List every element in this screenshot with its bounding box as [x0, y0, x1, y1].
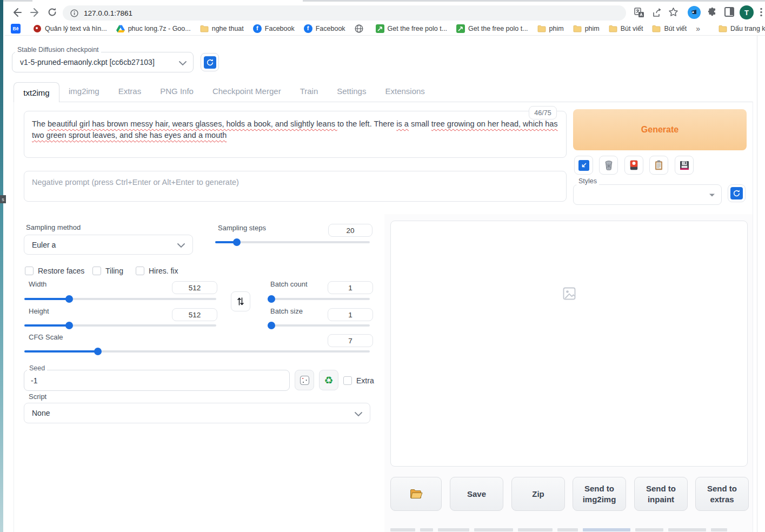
bookmark-item[interactable]: phuc long.7z - Goo...: [116, 24, 191, 33]
forward-icon[interactable]: [30, 8, 40, 17]
bookmark-other-folder[interactable]: Dấu trang kha: [719, 24, 765, 33]
open-folder-button[interactable]: [390, 477, 442, 511]
height-input[interactable]: [172, 308, 217, 321]
translate-icon[interactable]: [634, 8, 644, 18]
folder-icon: [573, 24, 582, 33]
negative-prompt-textarea[interactable]: [24, 171, 567, 202]
bookmark-item[interactable]: Quản lý text và hìn...: [33, 24, 107, 33]
width-slider[interactable]: [24, 295, 216, 303]
result-gallery[interactable]: [390, 221, 748, 467]
batch-size-slider[interactable]: [268, 322, 370, 329]
facebook-icon: f: [304, 24, 312, 33]
share-icon[interactable]: [652, 8, 662, 18]
sampling-method-dropdown[interactable]: Euler a: [24, 235, 193, 255]
chevron-down-icon: [179, 61, 187, 65]
refresh-styles-button[interactable]: [728, 184, 746, 202]
red-badge-icon: [33, 24, 42, 33]
tiling-checkbox[interactable]: [92, 267, 101, 275]
bookmark-item[interactable]: Get the free polo t...: [456, 24, 528, 33]
save-button[interactable]: Save: [450, 477, 503, 511]
tab-extras[interactable]: Extras: [118, 87, 142, 96]
green-app-icon: [456, 24, 465, 33]
swap-dimensions-button[interactable]: [231, 291, 250, 311]
scrollbar-track[interactable]: [757, 36, 757, 532]
bookmark-folder[interactable]: Bút viết: [609, 24, 643, 33]
bookmark-facebook[interactable]: fFacebook: [253, 24, 295, 33]
seed-input[interactable]: [24, 370, 290, 391]
apply-style-button[interactable]: [649, 156, 668, 175]
hires-fix-checkbox[interactable]: [136, 267, 144, 275]
extension-badge-icon[interactable]: [688, 6, 701, 19]
tab-settings[interactable]: Settings: [337, 87, 366, 96]
batch-size-input[interactable]: [328, 308, 373, 321]
site-info-icon[interactable]: [70, 9, 78, 17]
send-to-extras-button[interactable]: Send to extras: [695, 477, 749, 511]
bookmark-facebook[interactable]: fFacebook: [304, 24, 345, 33]
bookmarks-overflow-chevron[interactable]: »: [696, 24, 700, 33]
bookmark-globe[interactable]: [355, 24, 367, 33]
tab-img2img[interactable]: img2img: [69, 87, 99, 96]
script-label: Script: [29, 393, 46, 401]
height-slider[interactable]: [24, 322, 216, 329]
save-style-button[interactable]: [675, 156, 694, 175]
tab-checkpoint-merger[interactable]: Checkpoint Merger: [212, 87, 281, 96]
open-folder-icon: [410, 489, 423, 499]
folder-icon: [537, 24, 546, 33]
clear-prompt-button[interactable]: [599, 156, 618, 175]
cfg-scale-input[interactable]: [328, 334, 373, 347]
star-icon[interactable]: [668, 7, 678, 17]
back-icon[interactable]: [12, 8, 22, 17]
script-dropdown[interactable]: None: [24, 403, 370, 423]
tab-txt2img[interactable]: txt2img: [14, 82, 59, 102]
menu-dots-icon[interactable]: [759, 7, 763, 17]
random-seed-button[interactable]: [295, 370, 314, 390]
generate-button[interactable]: Generate: [573, 109, 747, 150]
bookmarks-bar: Bē Quản lý text và hìn... phuc long.7z -…: [4, 22, 765, 36]
send-to-inpaint-button[interactable]: Send to inpaint: [634, 477, 688, 511]
tab-bar: img2img Extras PNG Info Checkpoint Merge…: [69, 87, 425, 96]
bookmark-folder[interactable]: phim: [537, 24, 564, 33]
paste-params-button[interactable]: [574, 156, 593, 175]
restore-faces-checkbox[interactable]: [25, 267, 34, 275]
bookmark-folder[interactable]: phim: [573, 24, 600, 33]
reload-icon[interactable]: [47, 7, 57, 17]
bookmark-behance[interactable]: Bē: [11, 24, 24, 34]
bookmark-item[interactable]: Get the free polo t...: [376, 24, 447, 33]
sampling-method-label: Sampling method: [26, 223, 81, 231]
profile-avatar[interactable]: T: [740, 5, 754, 19]
checkpoint-dropdown[interactable]: v1-5-pruned-emaonly.ckpt [cc6cb27103]: [12, 52, 194, 72]
styles-dropdown[interactable]: [573, 184, 722, 205]
batch-count-slider[interactable]: [268, 295, 370, 303]
container-left-border: [14, 102, 14, 532]
refresh-checkpoints-button[interactable]: [201, 53, 219, 71]
recycle-icon: ♻: [324, 375, 333, 385]
extra-seed-label: Extra: [356, 376, 374, 385]
green-app-icon: [376, 24, 384, 33]
batch-count-input[interactable]: [328, 281, 373, 294]
height-label: Height: [29, 307, 49, 315]
tab-train[interactable]: Train: [300, 87, 318, 96]
width-input[interactable]: [172, 281, 217, 294]
url-bar[interactable]: 127.0.0.1:7861: [63, 5, 626, 21]
bookmark-folder[interactable]: Bút viết: [652, 24, 687, 33]
refresh-icon: [204, 56, 216, 69]
prompt-textarea[interactable]: The beautiful girl has brown messy hair,…: [24, 111, 567, 158]
restore-faces-label: Restore faces: [38, 267, 84, 275]
facebook-icon: f: [253, 24, 262, 33]
tab-png-info[interactable]: PNG Info: [160, 87, 194, 96]
container-top-border: [14, 102, 753, 102]
swap-arrows-icon: [237, 297, 244, 306]
send-to-img2img-button[interactable]: Send to img2img: [573, 477, 626, 511]
zip-button[interactable]: Zip: [511, 477, 565, 511]
folder-icon: [719, 24, 727, 33]
tab-extensions[interactable]: Extensions: [385, 87, 424, 96]
bookmark-folder[interactable]: nghe thuat: [200, 24, 244, 33]
style-card-button[interactable]: [624, 156, 643, 175]
puzzle-extensions-icon[interactable]: [707, 7, 717, 17]
sampling-steps-slider[interactable]: [215, 238, 370, 246]
sampling-steps-input[interactable]: [328, 224, 372, 237]
reuse-seed-button[interactable]: ♻: [319, 370, 338, 390]
extra-seed-checkbox[interactable]: [343, 376, 352, 385]
cfg-scale-slider[interactable]: [24, 348, 370, 355]
side-panel-icon[interactable]: [724, 7, 734, 17]
